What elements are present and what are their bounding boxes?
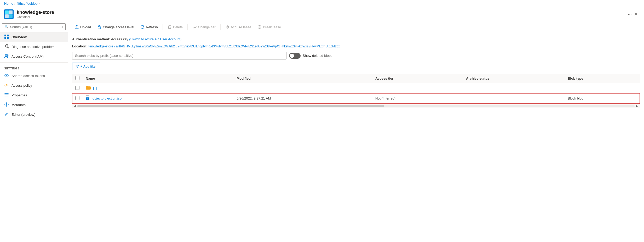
change-tier-icon	[192, 25, 197, 29]
folder-name[interactable]: [..]	[93, 86, 97, 90]
filter-icon	[76, 65, 79, 68]
sidebar-item-shared-access-tokens[interactable]: Shared access tokens	[0, 71, 68, 81]
close-button[interactable]: ✕	[632, 10, 640, 18]
svg-rect-2	[9, 10, 13, 14]
row-checkbox[interactable]	[75, 86, 79, 90]
row-blob-type	[565, 83, 640, 93]
col-blob-type: Blob type	[565, 74, 640, 83]
pencil-icon	[4, 112, 9, 117]
change-access-button[interactable]: Change access level	[95, 23, 137, 31]
col-modified: Modified	[233, 74, 372, 83]
location-label: Location:	[72, 44, 88, 48]
svg-point-11	[5, 84, 7, 86]
break-lease-button[interactable]: Break lease	[255, 23, 284, 31]
svg-rect-6	[7, 35, 9, 36]
show-deleted-toggle[interactable]	[289, 53, 301, 59]
row-modified	[233, 83, 372, 93]
row-archive-status	[463, 93, 565, 104]
select-all-header	[72, 74, 83, 83]
svg-point-17	[6, 103, 7, 104]
sidebar-item-metadata[interactable]: Metadata	[0, 100, 68, 110]
scroll-thumb[interactable]	[77, 105, 384, 107]
search-input[interactable]	[10, 25, 60, 29]
access-policy-label: Access policy	[12, 84, 32, 87]
overview-icon	[4, 34, 9, 40]
row-access-tier: Hot (Inferred)	[372, 93, 463, 104]
breadcrumb-sep2: ›	[39, 2, 40, 6]
collapse-icon[interactable]: «	[61, 25, 63, 29]
location-link[interactable]: knowledge-store	[88, 44, 113, 48]
blob-search-input[interactable]	[72, 52, 286, 59]
row-archive-status	[463, 83, 565, 93]
diagnose-label: Diagnose and solve problems	[12, 45, 56, 49]
metadata-label: Metadata	[12, 103, 26, 107]
add-filter-button[interactable]: + Add filter	[72, 63, 100, 70]
toolbar-separator-3	[220, 24, 221, 30]
refresh-icon	[140, 25, 145, 29]
show-deleted-label: Show deleted blobs	[303, 54, 332, 58]
row-access-tier	[372, 83, 463, 93]
svg-rect-18	[98, 27, 101, 29]
people-icon	[4, 54, 9, 59]
table-row[interactable]: [..]	[72, 83, 640, 93]
delete-button[interactable]: Delete	[165, 23, 186, 31]
file-icon: {}	[86, 95, 90, 101]
list-icon	[4, 92, 9, 98]
change-tier-button[interactable]: Change tier	[190, 23, 218, 31]
page-subtitle: Container	[17, 15, 625, 19]
svg-rect-8	[7, 37, 9, 39]
break-lease-icon	[257, 25, 262, 29]
toolbar-separator-1	[163, 24, 163, 30]
link-icon	[4, 73, 9, 79]
svg-rect-7	[4, 37, 6, 39]
svg-rect-3	[5, 14, 9, 18]
sidebar-item-properties[interactable]: Properties	[0, 90, 68, 100]
col-name: Name	[83, 74, 233, 83]
acquire-lease-icon	[225, 25, 229, 29]
auth-switch-link[interactable]: (Switch to Azure AD User Account)	[129, 37, 181, 41]
refresh-button[interactable]: Refresh	[138, 23, 160, 31]
sidebar-item-editor[interactable]: Editor (preview)	[0, 110, 68, 119]
row-checkbox[interactable]	[75, 96, 79, 100]
settings-section-label: Settings	[0, 64, 68, 71]
select-all-checkbox[interactable]	[75, 76, 79, 80]
upload-button[interactable]: Upload	[72, 23, 94, 31]
scroll-right-arrow[interactable]: ▶	[635, 104, 640, 107]
horizontal-scrollbar[interactable]: ◀ ▶	[72, 104, 640, 108]
wrench-icon	[4, 44, 9, 50]
sidebar-item-access-policy[interactable]: Access policy	[0, 81, 68, 90]
folder-icon	[86, 85, 91, 91]
upload-icon	[75, 25, 79, 29]
auth-method-label: Authentication method:	[72, 37, 110, 41]
breadcrumb-container[interactable]: fifthcoffeeblob	[16, 2, 38, 6]
table-row[interactable]: {} objectprojection.json 5/26/2022, 9:37…	[72, 93, 640, 104]
col-access-tier: Access tier	[372, 74, 463, 83]
more-options-icon[interactable]: ···	[628, 12, 632, 17]
lock-icon	[97, 25, 101, 29]
scroll-left-arrow[interactable]: ◀	[72, 104, 77, 107]
svg-point-9	[5, 54, 7, 56]
svg-rect-1	[5, 10, 9, 14]
row-modified: 5/26/2022, 9:37:21 AM	[233, 93, 372, 104]
breadcrumb-home[interactable]: Home	[4, 2, 13, 6]
sidebar-item-diagnose[interactable]: Diagnose and solve problems	[0, 42, 68, 52]
toolbar-separator-2	[187, 24, 188, 30]
svg-rect-4	[9, 14, 13, 18]
svg-text:{}: {}	[87, 98, 88, 100]
shared-access-tokens-label: Shared access tokens	[12, 74, 45, 78]
access-control-label: Access Control (IAM)	[12, 54, 44, 58]
col-archive-status: Archive status	[463, 74, 565, 83]
app-icon	[4, 9, 14, 19]
sidebar-item-overview[interactable]: Overview	[0, 32, 68, 42]
search-icon: 🔍	[4, 25, 8, 29]
key-icon	[4, 83, 9, 88]
sidebar-item-access-control[interactable]: Access Control (IAM)	[0, 52, 68, 61]
toolbar-more-icon[interactable]: ···	[285, 24, 292, 30]
row-blob-type: Block blob	[565, 93, 640, 104]
svg-rect-5	[4, 35, 6, 36]
overview-label: Overview	[12, 35, 27, 39]
acquire-lease-button[interactable]: Acquire lease	[223, 23, 254, 31]
svg-point-10	[7, 54, 8, 56]
info-icon	[4, 102, 9, 108]
file-name[interactable]: objectprojection.json	[93, 96, 124, 100]
